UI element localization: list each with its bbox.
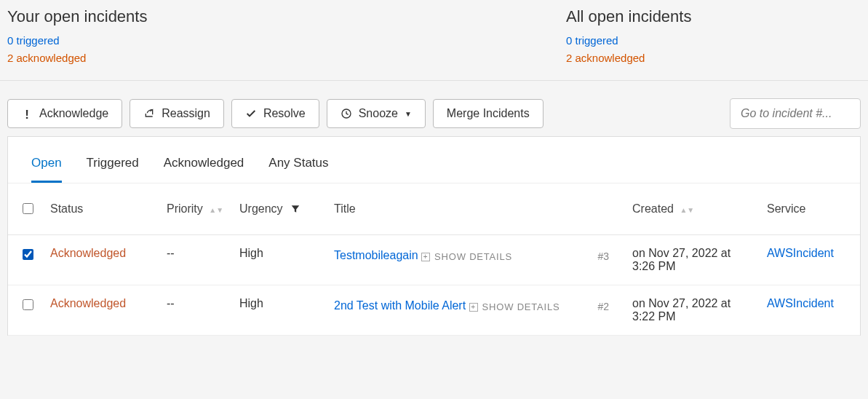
incidents-panel: Open Triggered Acknowledged Any Status S…: [7, 136, 861, 336]
all-incidents-summary: All open incidents 0 triggered 2 acknowl…: [566, 7, 691, 67]
check-icon: [245, 108, 257, 119]
sort-icon: ▲▼: [209, 206, 223, 214]
resolve-label: Resolve: [263, 107, 306, 120]
priority-cell: --: [159, 235, 232, 285]
show-details-label: SHOW DETAILS: [482, 301, 560, 312]
exclamation-icon: !: [21, 108, 33, 119]
tab-triggered[interactable]: Triggered: [87, 156, 139, 183]
show-details-label: SHOW DETAILS: [434, 251, 512, 262]
filter-icon: [286, 202, 300, 215]
all-acknowledged-link[interactable]: 2 acknowledged: [566, 50, 691, 67]
col-status[interactable]: Status: [43, 183, 159, 235]
toolbar: ! Acknowledge Reassign Resolve Snooze ▼ …: [0, 81, 868, 136]
reassign-label: Reassign: [162, 107, 210, 120]
incident-number: #3: [597, 250, 618, 262]
your-incidents-title: Your open incidents: [7, 7, 566, 26]
table-row: Acknowledged -- High 2nd Test with Mobil…: [8, 285, 860, 336]
row-checkbox[interactable]: [23, 299, 33, 310]
acknowledge-label: Acknowledge: [39, 107, 108, 120]
priority-cell: --: [159, 285, 232, 336]
incident-number: #2: [597, 301, 618, 312]
acknowledge-button[interactable]: ! Acknowledge: [7, 99, 122, 128]
col-title[interactable]: Title: [327, 183, 625, 235]
incident-title-link[interactable]: 2nd Test with Mobile Alert: [334, 299, 466, 312]
col-urgency[interactable]: Urgency: [232, 183, 327, 235]
incident-title-link[interactable]: Testmobileagain: [334, 249, 418, 261]
created-cell: on Nov 27, 2022 at 3:22 PM: [625, 285, 760, 336]
summary-bar: Your open incidents 0 triggered 2 acknow…: [0, 0, 868, 81]
caret-down-icon: ▼: [405, 110, 412, 118]
urgency-cell: High: [232, 285, 327, 336]
select-all-checkbox[interactable]: [23, 203, 33, 214]
expand-icon: +: [469, 303, 478, 312]
urgency-cell: High: [232, 235, 327, 285]
your-acknowledged-link[interactable]: 2 acknowledged: [7, 50, 566, 67]
snooze-label: Snooze: [359, 107, 398, 120]
reassign-button[interactable]: Reassign: [130, 99, 224, 128]
tab-acknowledged[interactable]: Acknowledged: [164, 156, 244, 183]
tabs: Open Triggered Acknowledged Any Status: [8, 137, 860, 183]
share-icon: [143, 108, 155, 119]
resolve-button[interactable]: Resolve: [231, 99, 319, 128]
your-incidents-summary: Your open incidents 0 triggered 2 acknow…: [7, 7, 566, 67]
all-incidents-title: All open incidents: [566, 7, 691, 26]
expand-icon: +: [421, 253, 430, 261]
created-cell: on Nov 27, 2022 at 3:26 PM: [625, 235, 760, 285]
service-link[interactable]: AWSIncident: [767, 247, 834, 259]
incidents-table: Status Priority ▲▼ Urgency Title Created…: [8, 183, 860, 336]
your-triggered-link[interactable]: 0 triggered: [7, 32, 566, 50]
all-triggered-link[interactable]: 0 triggered: [566, 32, 691, 50]
status-badge: Acknowledged: [50, 297, 126, 309]
show-details-button[interactable]: + SHOW DETAILS: [469, 301, 560, 312]
table-row: Acknowledged -- High Testmobileagain + S…: [8, 235, 860, 285]
snooze-button[interactable]: Snooze ▼: [327, 99, 426, 128]
tab-any-status[interactable]: Any Status: [268, 156, 328, 183]
status-badge: Acknowledged: [50, 247, 126, 259]
row-checkbox[interactable]: [23, 249, 33, 260]
merge-label: Merge Incidents: [447, 107, 530, 120]
service-link[interactable]: AWSIncident: [767, 297, 834, 309]
goto-incident-input[interactable]: [730, 98, 861, 129]
sort-icon: ▲▼: [680, 206, 694, 214]
col-priority[interactable]: Priority ▲▼: [159, 183, 232, 235]
col-created[interactable]: Created ▲▼: [625, 183, 760, 235]
merge-button[interactable]: Merge Incidents: [433, 99, 544, 128]
tab-open[interactable]: Open: [31, 156, 62, 183]
col-service[interactable]: Service: [760, 183, 860, 235]
show-details-button[interactable]: + SHOW DETAILS: [421, 251, 512, 262]
clock-icon: [341, 108, 352, 119]
